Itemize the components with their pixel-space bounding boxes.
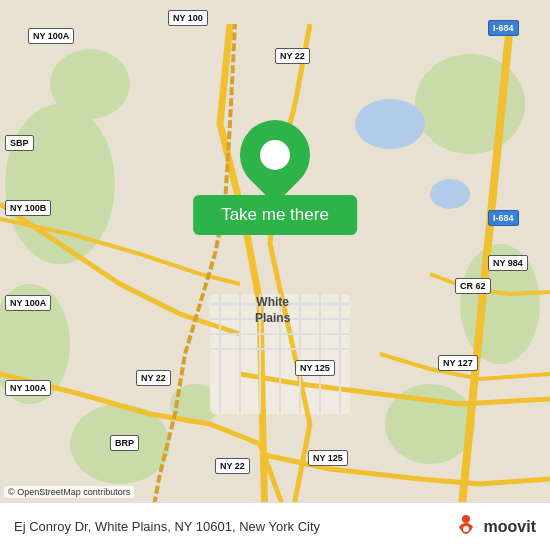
road-sign-cr62: CR 62	[455, 278, 491, 294]
road-sign-ny22-top: NY 22	[275, 48, 310, 64]
road-sign-ny100a-top: NY 100A	[28, 28, 74, 44]
svg-point-12	[462, 515, 470, 523]
road-sign-ny100a-left: NY 100A	[5, 295, 51, 311]
svg-point-10	[430, 179, 470, 209]
road-sign-sbp: SBP	[5, 135, 34, 151]
road-sign-ny984: NY 984	[488, 255, 528, 271]
road-sign-ny100b: NY 100B	[5, 200, 51, 216]
moovit-logo: moovit	[452, 513, 536, 541]
road-sign-ny22-bottom: NY 22	[136, 370, 171, 386]
osm-credit: © OpenStreetMap contributors	[4, 486, 134, 498]
road-sign-ny125-right: NY 125	[295, 360, 335, 376]
road-sign-ny125-bottom: NY 125	[308, 450, 348, 466]
road-sign-brp: BRP	[110, 435, 139, 451]
road-sign-ny22-far: NY 22	[215, 458, 250, 474]
pin-outer	[226, 106, 325, 205]
svg-point-9	[355, 99, 425, 149]
moovit-text: moovit	[484, 518, 536, 536]
road-sign-ny100-top: NY 100	[168, 10, 208, 26]
city-label: White Plains	[255, 295, 290, 326]
take-me-there-button[interactable]: Take me there	[193, 195, 357, 235]
svg-point-6	[50, 49, 130, 119]
pin-inner	[260, 140, 290, 170]
svg-point-1	[5, 104, 115, 264]
svg-point-13	[463, 526, 469, 532]
road-sign-ny100a-bottom: NY 100A	[5, 380, 51, 396]
moovit-icon	[452, 513, 480, 541]
map-container: NY 100A NY 100 NY 22 SBP I-684 NY 100B I…	[0, 0, 550, 550]
location-pin	[240, 120, 310, 190]
road-sign-i684-top: I-684	[488, 20, 519, 36]
road-sign-ny127: NY 127	[438, 355, 478, 371]
info-bar: Ej Conroy Dr, White Plains, NY 10601, Ne…	[0, 502, 550, 550]
address-text: Ej Conroy Dr, White Plains, NY 10601, Ne…	[14, 519, 452, 534]
road-sign-i684-right: I-684	[488, 210, 519, 226]
